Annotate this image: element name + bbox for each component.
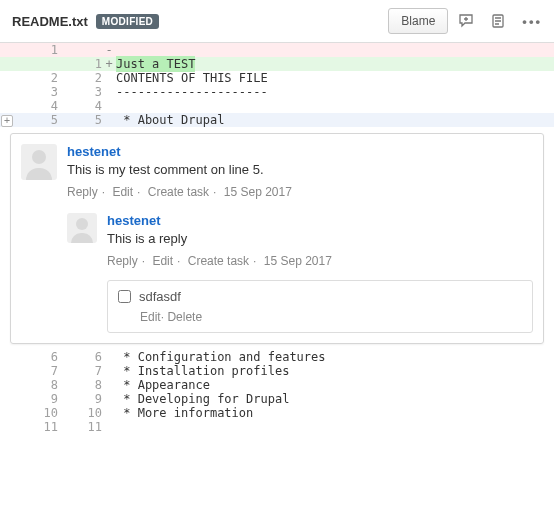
code-line: CONTENTS OF THIS FILE: [116, 71, 554, 85]
avatar: [21, 144, 57, 180]
code-line: [116, 43, 554, 57]
diff-sign: -: [102, 43, 116, 57]
comment-reply: hestenet This is a reply Reply· Edit· Cr…: [67, 213, 533, 333]
diff-row: 1111: [0, 420, 554, 434]
comment-date: 15 Sep 2017: [264, 254, 332, 268]
code-line: ---------------------: [116, 85, 554, 99]
diff-row: 44: [0, 99, 554, 113]
diff-sign: [102, 85, 116, 99]
diff-sign: [102, 364, 116, 378]
line-number-old: 3: [14, 85, 58, 99]
line-number-old: 5: [14, 113, 58, 127]
file-name: README.txt: [12, 14, 88, 29]
line-number-new: 9: [58, 392, 102, 406]
line-number-old: 6: [14, 350, 58, 364]
diff-table: 1-1+Just a TEST22CONTENTS OF THIS FILE33…: [0, 43, 554, 127]
diff-sign: [102, 378, 116, 392]
blame-button[interactable]: Blame: [388, 8, 448, 34]
diff-sign: [102, 406, 116, 420]
comment-text: This is my test comment on line 5.: [67, 162, 533, 177]
line-number-old: 8: [14, 378, 58, 392]
file-header: README.txt MODIFIED Blame •••: [0, 0, 554, 43]
comment-author[interactable]: hestenet: [67, 144, 533, 159]
line-number-new: 7: [58, 364, 102, 378]
task-checkbox[interactable]: [118, 290, 131, 303]
diff-row: 66 * Configuration and features: [0, 350, 554, 364]
code-line: * Installation profiles: [116, 364, 554, 378]
diff-row: 77 * Installation profiles: [0, 364, 554, 378]
line-number-old: 10: [14, 406, 58, 420]
diff-sign: [102, 99, 116, 113]
diff-sign: +: [102, 57, 116, 71]
code-line: * Appearance: [116, 378, 554, 392]
line-number-old: 9: [14, 392, 58, 406]
delete-link[interactable]: Delete: [167, 310, 202, 324]
diff-row: 22CONTENTS OF THIS FILE: [0, 71, 554, 85]
line-number-old: 4: [14, 99, 58, 113]
diff-row: 88 * Appearance: [0, 378, 554, 392]
comment: hestenet This is my test comment on line…: [21, 144, 533, 199]
inline-comment-block: hestenet This is my test comment on line…: [10, 133, 544, 344]
diff-row: 1010 * More information: [0, 406, 554, 420]
line-number-new: 8: [58, 378, 102, 392]
diff-sign: [102, 71, 116, 85]
comment-text: This is a reply: [107, 231, 533, 246]
line-number-new: 3: [58, 85, 102, 99]
code-line: [116, 420, 554, 434]
more-menu-icon[interactable]: •••: [522, 14, 542, 29]
line-number-old: 1: [14, 43, 58, 57]
edit-link[interactable]: Edit: [152, 254, 173, 268]
diff-sign: [102, 420, 116, 434]
comment-date: 15 Sep 2017: [224, 185, 292, 199]
code-line: * Configuration and features: [116, 350, 554, 364]
edit-link[interactable]: Edit: [112, 185, 133, 199]
code-line: [116, 99, 554, 113]
avatar: [67, 213, 97, 243]
add-comment-icon[interactable]: +: [1, 115, 13, 127]
line-number-new: 5: [58, 113, 102, 127]
diff-row: +55 * About Drupal: [0, 113, 554, 127]
edit-link[interactable]: Edit: [140, 310, 161, 324]
line-number-new: 11: [58, 420, 102, 434]
line-number-old: 7: [14, 364, 58, 378]
line-number-new: 6: [58, 350, 102, 364]
code-line: * Developing for Drupal: [116, 392, 554, 406]
comment-actions: Reply· Edit· Create task· 15 Sep 2017: [67, 185, 533, 199]
diff-table-after: 66 * Configuration and features77 * Inst…: [0, 350, 554, 434]
code-line: * More information: [116, 406, 554, 420]
create-task-link[interactable]: Create task: [148, 185, 209, 199]
line-number-new: 4: [58, 99, 102, 113]
file-icon[interactable]: [490, 13, 506, 29]
comment-actions: Reply· Edit· Create task· 15 Sep 2017: [107, 254, 533, 268]
line-number-new: [58, 43, 102, 57]
task-item: sdfasdf Edit· Delete: [107, 280, 533, 333]
line-number-old: [14, 57, 58, 71]
reply-link[interactable]: Reply: [67, 185, 98, 199]
line-number-new: 2: [58, 71, 102, 85]
line-number-old: 11: [14, 420, 58, 434]
line-number-new: 10: [58, 406, 102, 420]
comment-author[interactable]: hestenet: [107, 213, 533, 228]
reply-link[interactable]: Reply: [107, 254, 138, 268]
create-task-link[interactable]: Create task: [188, 254, 249, 268]
comment-add-icon[interactable]: [458, 13, 474, 29]
diff-row: 33---------------------: [0, 85, 554, 99]
diff-row: 1-: [0, 43, 554, 57]
code-line: * About Drupal: [116, 113, 554, 127]
task-text: sdfasdf: [139, 289, 181, 304]
line-number-new: 1: [58, 57, 102, 71]
code-line: Just a TEST: [116, 57, 554, 71]
header-icons: •••: [458, 13, 542, 29]
diff-row: 1+Just a TEST: [0, 57, 554, 71]
diff-sign: [102, 113, 116, 127]
modified-badge: MODIFIED: [96, 14, 159, 29]
diff-row: 99 * Developing for Drupal: [0, 392, 554, 406]
diff-sign: [102, 350, 116, 364]
diff-sign: [102, 392, 116, 406]
line-number-old: 2: [14, 71, 58, 85]
